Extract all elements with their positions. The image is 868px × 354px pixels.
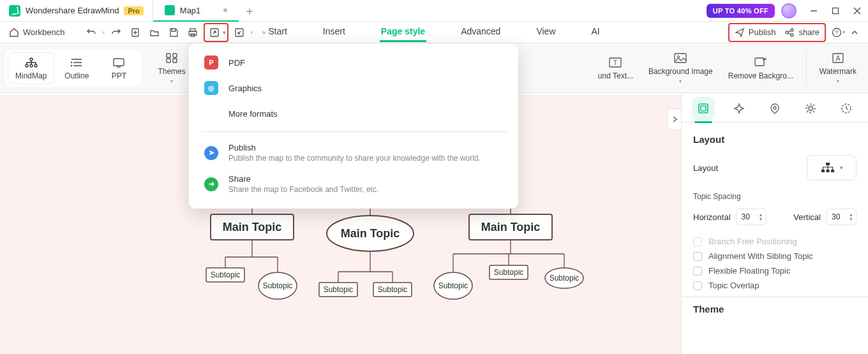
history-tab[interactable] (835, 97, 858, 120)
bg-image-label: Background Image (648, 67, 713, 76)
outline-view-button[interactable]: Outline (57, 52, 96, 84)
menu-insert[interactable]: Insert (322, 22, 347, 42)
remove-bg-label: Remove Backgro... (728, 71, 793, 80)
avatar[interactable] (781, 3, 797, 18)
layout-tab-icon (698, 103, 709, 114)
new-file-button[interactable] (127, 24, 144, 41)
export-dropdown-button[interactable]: ▾ (204, 23, 228, 42)
svg-point-82 (809, 107, 812, 110)
horizontal-spacing-input[interactable]: 30 ▲▼ (736, 209, 767, 225)
branch-free-checkbox[interactable] (693, 237, 702, 246)
pdf-icon: P (204, 55, 218, 70)
redo-button[interactable] (108, 24, 124, 41)
export-pdf[interactable]: P PDF (189, 50, 518, 75)
side-panel-tabs (682, 94, 868, 122)
theme-heading: Theme (693, 304, 857, 314)
vertical-value: 30 (832, 212, 840, 221)
clock-icon (841, 103, 852, 114)
promo-banner[interactable]: UP TO 40% OFF (707, 4, 775, 18)
maximize-button[interactable] (825, 0, 846, 22)
collapse-ribbon-button[interactable] (846, 24, 863, 41)
print-button[interactable] (184, 24, 201, 41)
background-text-button[interactable]: T und Text... (592, 54, 640, 83)
svg-point-19 (30, 58, 33, 61)
menu-page-style[interactable]: Page style (380, 22, 426, 42)
export-publish[interactable]: ➤ Publish Publish the map to the communi… (189, 137, 518, 168)
remove-background-button[interactable]: Remove Backgro... (722, 54, 800, 83)
minimize-button[interactable] (803, 0, 825, 22)
publish-button[interactable]: Publish (735, 27, 776, 38)
publish-subtitle: Publish the map to the community to shar… (228, 154, 481, 163)
menu-view[interactable]: View (535, 22, 557, 42)
export-more-formats[interactable]: More formats (189, 101, 518, 126)
publish-title: Publish (228, 143, 481, 152)
layout-picker[interactable]: ▾ (807, 155, 857, 181)
tag-tab[interactable] (763, 97, 786, 120)
share-button[interactable]: share (784, 27, 819, 38)
tree-layout-icon (821, 162, 835, 173)
topic-spacing-heading: Topic Spacing (693, 192, 857, 201)
themes-button[interactable]: Themes ▾ (150, 48, 193, 88)
flex-float-checkbox[interactable] (693, 267, 702, 276)
spinner-icon[interactable]: ▲▼ (759, 212, 763, 221)
svg-rect-30 (167, 54, 170, 57)
watermark-label: Watermark (819, 67, 857, 76)
separator (682, 297, 868, 297)
bg-text-label: und Text... (598, 71, 633, 80)
vertical-label: Vertical (793, 212, 821, 222)
overflow-icon: ≈ (262, 29, 266, 36)
svg-rect-32 (167, 59, 170, 63)
spinner-icon[interactable]: ▲▼ (849, 212, 853, 221)
menu-advanced[interactable]: Advanced (460, 22, 502, 42)
collapse-sidepanel-button[interactable] (667, 108, 681, 130)
mindmap-icon (24, 56, 38, 69)
mindmap-label: MindMap (15, 71, 47, 80)
export-graphics[interactable]: ◎ Graphics (189, 75, 518, 101)
watermark-button[interactable]: A Watermark ▾ (813, 49, 863, 87)
import-button[interactable] (231, 24, 248, 41)
chevron-down-icon: ▾ (223, 29, 226, 36)
align-sibling-label: Alignment With Sibling Topic (708, 251, 813, 261)
topic-overlap-label: Topic Overlap (708, 281, 759, 290)
background-image-button[interactable]: Background Image ▾ (642, 49, 719, 87)
svg-rect-85 (821, 170, 825, 172)
svg-point-14 (791, 34, 793, 36)
style-tab[interactable] (728, 97, 751, 120)
align-sibling-checkbox[interactable] (693, 252, 702, 261)
home-icon (10, 29, 18, 36)
vertical-spacing-input[interactable]: 30 ▲▼ (826, 209, 857, 225)
layout-tab[interactable] (692, 97, 715, 120)
svg-text:Main Topic: Main Topic (223, 221, 282, 233)
undo-button[interactable] (83, 24, 100, 41)
workbench-button[interactable]: Workbench (5, 27, 69, 38)
document-tab[interactable]: Map1 (153, 0, 239, 22)
save-button[interactable] (165, 24, 182, 41)
send-icon (735, 27, 745, 38)
new-tab-button[interactable]: ＋ (239, 3, 260, 18)
menu-start[interactable]: Start (267, 22, 288, 42)
settings-tab[interactable] (799, 97, 822, 120)
export-share[interactable]: ➜ Share Share the map to Facebook and Tw… (189, 168, 518, 200)
mindmap-view-button[interactable]: MindMap (8, 52, 54, 84)
svg-text:A: A (836, 55, 841, 62)
svg-text:Subtopic: Subtopic (263, 281, 293, 290)
svg-point-21 (30, 64, 33, 67)
publish-label: Publish (749, 27, 776, 37)
flex-float-label: Flexible Floating Topic (708, 266, 790, 276)
close-button[interactable] (846, 0, 868, 22)
help-button[interactable]: ?▾ (830, 24, 846, 41)
svg-text:?: ? (835, 29, 838, 36)
open-button[interactable] (146, 24, 163, 41)
topic-overlap-checkbox[interactable] (693, 281, 702, 290)
workbench-label: Workbench (23, 27, 65, 37)
svg-rect-36 (675, 54, 686, 63)
svg-point-37 (678, 56, 680, 58)
app-name: Wondershare EdrawMind (26, 6, 119, 15)
menu-ai[interactable]: AI (590, 22, 601, 42)
svg-line-16 (788, 33, 791, 34)
svg-text:Main Topic: Main Topic (341, 227, 400, 240)
ppt-view-button[interactable]: PPT (99, 52, 138, 84)
ppt-label: PPT (112, 71, 126, 80)
share-round-icon: ➜ (204, 177, 218, 191)
svg-rect-80 (701, 106, 706, 111)
